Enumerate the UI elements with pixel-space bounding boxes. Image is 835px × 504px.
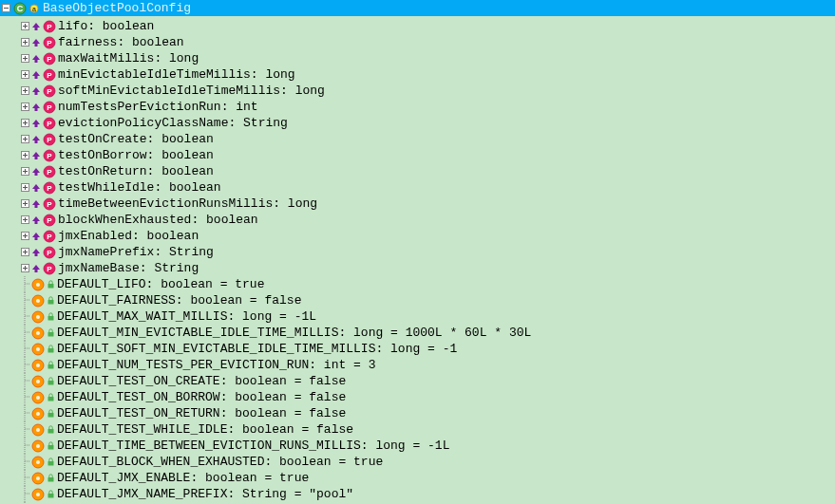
constant-label: DEFAULT_FAIRNESS: boolean = false [57, 293, 301, 308]
property-row[interactable]: P blockWhenExhausted: boolean [0, 212, 835, 228]
constant-row[interactable]: DEFAULT_JMX_ENABLE: boolean = true [0, 470, 835, 486]
class-header[interactable]: C a BaseObjectPoolConfig [0, 0, 835, 16]
property-icon: P [43, 68, 56, 82]
property-row[interactable]: P evictionPolicyClassName: String [0, 115, 835, 131]
constant-label: DEFAULT_MIN_EVICTABLE_IDLE_TIME_MILLIS: … [57, 326, 531, 340]
up-arrow-icon [31, 54, 41, 64]
expand-icon[interactable] [19, 118, 30, 129]
property-row[interactable]: P fairness: boolean [0, 34, 835, 50]
expand-icon[interactable] [19, 166, 30, 177]
lock-icon [47, 457, 55, 466]
lock-icon [47, 393, 55, 401]
up-arrow-icon [31, 183, 41, 193]
expand-icon[interactable] [19, 231, 30, 242]
property-label: blockWhenExhausted: boolean [58, 213, 258, 227]
svg-text:P: P [47, 39, 52, 47]
svg-rect-60 [48, 316, 54, 321]
expand-icon[interactable] [19, 37, 30, 48]
lock-icon [47, 361, 55, 369]
tree-line-icon [19, 457, 30, 468]
property-icon: P [43, 52, 56, 65]
svg-marker-16 [32, 87, 40, 95]
constant-row[interactable]: DEFAULT_LIFO: boolean = true [0, 276, 835, 292]
constant-row[interactable]: DEFAULT_SOFT_MIN_EVICTABLE_IDLE_TIME_MIL… [0, 341, 835, 357]
expand-icon[interactable] [19, 247, 30, 258]
svg-rect-93 [48, 494, 54, 498]
svg-text:P: P [47, 136, 52, 144]
expand-icon[interactable] [19, 215, 30, 226]
constant-row[interactable]: DEFAULT_JMX_NAME_PREFIX: String = "pool" [0, 486, 835, 502]
svg-text:P: P [47, 233, 52, 241]
constant-row[interactable]: DEFAULT_FAIRNESS: boolean = false [0, 292, 835, 308]
collapse-icon[interactable] [2, 4, 10, 12]
constant-label: DEFAULT_TIME_BETWEEN_EVICTION_RUNS_MILLI… [57, 439, 449, 453]
lock-icon [47, 328, 55, 337]
svg-text:C: C [17, 4, 24, 13]
lock-icon [47, 296, 55, 305]
constant-row[interactable]: DEFAULT_TEST_ON_BORROW: boolean = false [0, 389, 835, 405]
property-row[interactable]: P testOnBorrow: boolean [0, 147, 835, 163]
property-icon: P [43, 149, 56, 162]
svg-text:P: P [47, 265, 52, 273]
svg-marker-28 [32, 152, 40, 159]
property-icon: P [43, 181, 56, 195]
expand-icon[interactable] [19, 102, 30, 113]
svg-point-71 [36, 380, 40, 383]
property-row[interactable]: P testOnCreate: boolean [0, 131, 835, 147]
constant-row[interactable]: DEFAULT_TEST_WHILE_IDLE: boolean = false [0, 421, 835, 438]
constant-row[interactable]: DEFAULT_NUM_TESTS_PER_EVICTION_RUN: int … [0, 357, 835, 373]
property-row[interactable]: P jmxNameBase: String [0, 260, 835, 276]
expand-icon[interactable] [19, 85, 30, 97]
svg-marker-46 [32, 249, 40, 256]
field-icon [31, 472, 45, 485]
property-row[interactable]: P softMinEvictableIdleTimeMillis: long [0, 83, 835, 99]
constant-row[interactable]: DEFAULT_MIN_EVICTABLE_IDLE_TIME_MILLIS: … [0, 325, 835, 341]
field-icon [31, 456, 45, 469]
field-icon [31, 423, 45, 437]
expand-icon[interactable] [19, 263, 30, 274]
lock-icon [47, 312, 55, 321]
property-label: timeBetweenEvictionRunsMillis: long [58, 196, 317, 211]
constant-row[interactable]: DEFAULT_BLOCK_WHEN_EXHAUSTED: boolean = … [0, 454, 835, 470]
property-row[interactable]: P minEvictableIdleTimeMillis: long [0, 66, 835, 83]
property-label: jmxNamePrefix: String [58, 245, 214, 259]
constant-row[interactable]: DEFAULT_TIME_BETWEEN_EVICTION_RUNS_MILLI… [0, 438, 835, 454]
expand-icon[interactable] [19, 53, 30, 65]
svg-point-86 [36, 460, 40, 464]
constant-row[interactable]: DEFAULT_MAX_WAIT_MILLIS: long = -1L [0, 308, 835, 325]
property-icon: P [43, 133, 56, 146]
property-icon: P [43, 165, 56, 178]
property-row[interactable]: P jmxNamePrefix: String [0, 244, 835, 260]
tree-line-icon [19, 279, 30, 290]
expand-icon[interactable] [19, 198, 30, 210]
property-row[interactable]: P testOnReturn: boolean [0, 163, 835, 179]
field-icon [31, 375, 45, 388]
property-row[interactable]: P testWhileIdle: boolean [0, 179, 835, 196]
up-arrow-icon [31, 119, 41, 128]
property-row[interactable]: P jmxEnabled: boolean [0, 228, 835, 244]
property-row[interactable]: P numTestsPerEvictionRun: int [0, 99, 835, 115]
up-arrow-icon [31, 215, 41, 225]
expand-icon[interactable] [19, 182, 30, 194]
svg-text:a: a [32, 6, 36, 12]
svg-rect-57 [48, 300, 54, 305]
field-icon [31, 407, 45, 420]
up-arrow-icon [31, 86, 41, 96]
constant-row[interactable]: DEFAULT_TEST_ON_RETURN: boolean = false [0, 405, 835, 421]
property-label: evictionPolicyClassName: String [58, 116, 288, 130]
svg-point-65 [36, 347, 40, 351]
property-row[interactable]: P timeBetweenEvictionRunsMillis: long [0, 196, 835, 212]
constant-label: DEFAULT_LIFO: boolean = true [57, 277, 264, 291]
constant-row[interactable]: DEFAULT_TEST_ON_CREATE: boolean = false [0, 373, 835, 389]
expand-icon[interactable] [19, 134, 30, 145]
svg-rect-87 [48, 461, 54, 466]
expand-icon[interactable] [19, 150, 30, 161]
expand-icon[interactable] [19, 21, 30, 32]
svg-marker-22 [32, 120, 40, 127]
property-row[interactable]: P maxWaitMillis: long [0, 50, 835, 66]
up-arrow-icon [31, 135, 41, 144]
svg-marker-49 [32, 265, 40, 272]
svg-rect-69 [48, 364, 54, 369]
expand-icon[interactable] [19, 69, 30, 81]
property-row[interactable]: P lifo: boolean [0, 18, 835, 34]
